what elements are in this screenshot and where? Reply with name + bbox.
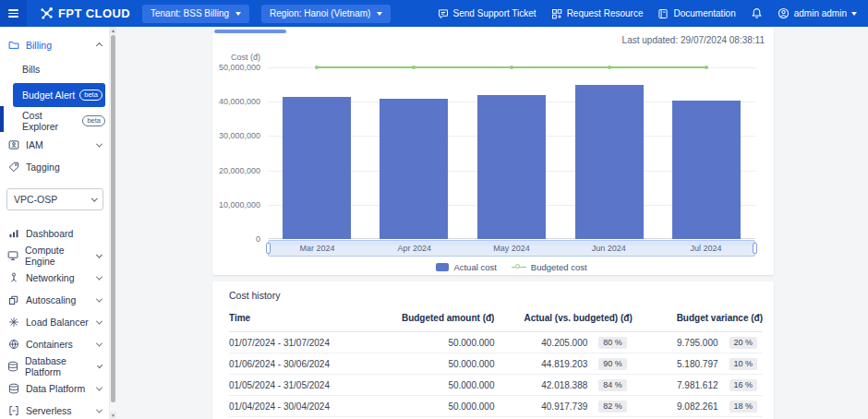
sidebar-item-tagging[interactable]: Tagging [0, 157, 109, 177]
sidebar-item-compute-engine[interactable]: Compute Engine [0, 245, 109, 266]
cell-variance: 5.180.797 [633, 353, 718, 375]
x-axis-tick-label: May 2024 [493, 244, 530, 253]
legend-budgeted-cost[interactable]: Budgeted cost [512, 262, 587, 272]
containers-icon [7, 339, 19, 350]
sidebar-item-data-platform[interactable]: Data Platform [0, 378, 109, 399]
table-row[interactable]: 01/05/2024 - 31/05/2024 50.000.000 42.01… [229, 375, 763, 396]
data-platform-icon [7, 383, 19, 394]
legend-actual-cost[interactable]: Actual cost [436, 262, 496, 272]
send-support-ticket-link[interactable]: Send Support Ticket [438, 8, 536, 19]
actual-cost-bar[interactable] [283, 97, 351, 239]
budgeted-cost-point[interactable] [705, 66, 708, 69]
documentation-link[interactable]: Documentation [657, 8, 735, 19]
sidebar-item-dashboard[interactable]: Dashboard [0, 223, 109, 244]
fpt-cloud-logo: FPT CLOUD [40, 6, 130, 20]
scrollbar-thumb[interactable] [111, 35, 115, 402]
notifications-bell-icon[interactable] [751, 7, 763, 19]
chevron-up-icon [96, 42, 102, 48]
region-dropdown[interactable]: Region: Hanoi (Vietnam) [261, 5, 391, 23]
cell-actual: 42.018.388 [494, 375, 587, 396]
y-axis-tick-label: 40,000,000 [214, 97, 260, 106]
y-axis-tick-label: 50,000,000 [214, 63, 260, 72]
sidebar-item-load-balancer[interactable]: Load Balancer [0, 312, 109, 332]
sidebar-item-iam[interactable]: IAM [0, 135, 109, 155]
cell-actual: 40.205.000 [494, 332, 587, 353]
user-menu[interactable]: admin admin [778, 7, 857, 19]
actual-cost-bar[interactable] [575, 85, 644, 239]
sidebar-item-billing[interactable]: Billing [0, 35, 109, 55]
containers-label: Containers [26, 339, 73, 350]
sidebar-item-cost-explorer[interactable]: Cost Explorer beta [13, 109, 105, 133]
x-axis-tick-label: Apr 2024 [398, 244, 432, 253]
y-axis-tick-label: 30,000,000 [214, 131, 260, 140]
actual-pct-badge: 80 % [598, 337, 627, 349]
cell-time: 01/05/2024 - 31/05/2024 [229, 375, 402, 396]
top-navbar: FPT CLOUD Tenant: BSS Billing Region: Ha… [0, 0, 868, 27]
scroll-down-button[interactable]: ▼ [110, 412, 116, 419]
chevron-down-icon [91, 195, 97, 200]
tagging-icon [7, 162, 19, 173]
sidebar-item-autoscaling[interactable]: Autoscaling [0, 290, 109, 310]
billing-icon [7, 40, 19, 51]
cost-history-table: Time Budgeted amount (đ) Actual (vs. bud… [229, 305, 763, 419]
load-balancer-label: Load Balancer [26, 317, 89, 328]
chevron-down-icon [96, 273, 102, 280]
cell-time: 01/04/2024 - 30/04/2024 [229, 396, 402, 417]
variance-pct-badge: 18 % [729, 401, 758, 413]
actual-cost-bar[interactable] [380, 99, 448, 239]
datazoom-slider[interactable]: Mar 2024Apr 2024May 2024Jun 2024Jul 2024 [268, 240, 755, 257]
bills-label: Bills [22, 64, 40, 75]
cost-history-title: Cost history [229, 290, 763, 301]
budgeted-cost-point[interactable] [315, 66, 319, 69]
actual-cost-legend-label: Actual cost [453, 262, 496, 272]
compute-engine-label: Compute Engine [25, 245, 90, 267]
budgeted-cost-point[interactable] [510, 66, 513, 69]
menu-icon[interactable] [0, 0, 27, 27]
tenant-label: Tenant: BSS Billing [151, 8, 229, 18]
actual-cost-bar[interactable] [477, 95, 546, 239]
y-axis-tick-label: 20,000,000 [214, 166, 260, 175]
actual-cost-bar[interactable] [672, 101, 741, 239]
table-row[interactable]: 01/04/2024 - 30/04/2024 50.000.000 40.91… [229, 396, 763, 417]
cell-actual: 40.917.739 [494, 396, 587, 417]
x-axis-tick-label: Jul 2024 [690, 244, 721, 253]
chart-plot-area: Cost (đ) 010,000,00020,000,00030,000,000… [268, 67, 755, 239]
beta-badge: beta [82, 115, 105, 126]
chevron-down-icon [96, 340, 102, 346]
sidebar-item-budget-alert[interactable]: Budget Alert beta [13, 83, 105, 107]
sidebar-item-bills[interactable]: Bills [13, 57, 105, 81]
sidebar: Billing Bills Budget Alert beta Cost Exp… [0, 27, 109, 419]
user-name: admin admin [794, 8, 847, 18]
request-resource-label: Request Resource [567, 8, 644, 18]
database-platform-label: Database Platform [25, 355, 91, 377]
sidebar-item-serverless[interactable]: Serverless [0, 401, 109, 419]
book-icon [657, 8, 669, 19]
sidebar-scrollbar[interactable]: ▲ ▼ [109, 27, 115, 419]
cost-explorer-label: Cost Explorer [22, 110, 78, 132]
user-icon [778, 7, 790, 19]
chevron-down-icon [96, 384, 102, 390]
vpc-selector[interactable]: VPC-OSP [6, 188, 103, 210]
cost-history-card: Cost history Time Budgeted amount (đ) Ac… [212, 281, 774, 419]
compute-engine-icon [7, 250, 18, 261]
actual-pct-badge: 84 % [598, 379, 627, 391]
sidebar-item-networking[interactable]: Networking [0, 268, 109, 288]
table-row[interactable]: 01/07/2024 - 31/07/2024 50.000.000 40.20… [229, 332, 763, 353]
sidebar-item-database-platform[interactable]: Database Platform [0, 356, 109, 377]
autoscaling-icon [7, 294, 19, 305]
table-row[interactable]: 01/06/2024 - 30/06/2024 50.000.000 44.81… [229, 353, 763, 375]
tenant-dropdown[interactable]: Tenant: BSS Billing [142, 5, 249, 23]
sidebar-item-containers[interactable]: Containers [0, 334, 109, 354]
scroll-up-button[interactable]: ▲ [110, 27, 116, 34]
budgeted-cost-point[interactable] [412, 66, 416, 69]
x-axis-tick-label: Mar 2024 [300, 244, 335, 253]
request-resource-link[interactable]: Request Resource [551, 8, 644, 19]
chat-icon [438, 8, 449, 19]
cell-variance: 9.082.261 [633, 396, 718, 417]
datazoom-right-handle[interactable] [753, 243, 757, 254]
datazoom-left-handle[interactable] [266, 243, 271, 254]
horizontal-scrollbar-thumb[interactable] [214, 30, 286, 33]
send-support-ticket-label: Send Support Ticket [453, 8, 536, 18]
cell-time: 01/06/2024 - 30/06/2024 [229, 353, 402, 375]
budgeted-cost-point[interactable] [608, 66, 611, 69]
